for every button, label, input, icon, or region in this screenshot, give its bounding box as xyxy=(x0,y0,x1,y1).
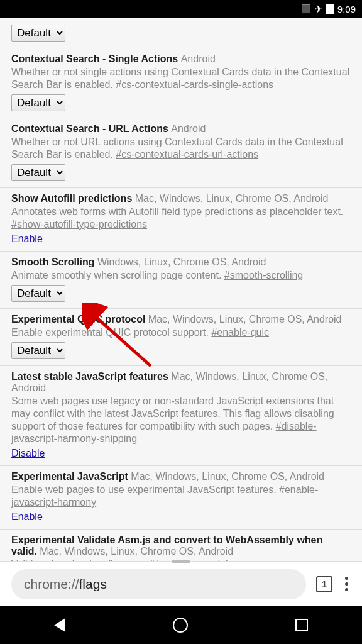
url-path: flags xyxy=(79,577,107,592)
flag-entry: Contextual Search - URL Actions AndroidW… xyxy=(0,118,362,188)
flag-title: Experimental JavaScript xyxy=(11,471,131,482)
flag-select[interactable]: Default xyxy=(11,25,65,42)
no-sim-icon xyxy=(302,4,310,13)
flag-title: Experimental QUIC protocol xyxy=(11,314,148,325)
flag-description: Whether or not single actions using Cont… xyxy=(11,66,351,91)
battery-icon xyxy=(326,4,334,14)
flag-entry: Latest stable JavaScript features Mac, W… xyxy=(0,366,362,466)
flag-platforms: Mac, Windows, Linux, Chrome OS, Android xyxy=(148,314,342,325)
flag-description: Annotates web forms with Autofill field … xyxy=(11,206,351,231)
flag-description: Enable experimental QUIC protocol suppor… xyxy=(11,326,351,339)
flag-select[interactable]: Default xyxy=(11,94,65,111)
flag-platforms: Mac, Windows, Linux, Chrome OS, Android xyxy=(135,193,329,204)
flag-entry: Experimental QUIC protocol Mac, Windows,… xyxy=(0,309,362,366)
flag-entry: Experimental JavaScript Mac, Windows, Li… xyxy=(0,466,362,530)
flag-entry: Contextual Search - Single Actions Andro… xyxy=(0,48,362,118)
triangle-back-icon xyxy=(54,618,65,632)
page-content[interactable]: DefaultContextual Search - Single Action… xyxy=(0,18,362,561)
flag-entry: Smooth Scrolling Windows, Linux, Chrome … xyxy=(0,252,362,309)
flag-title: Show Autofill predictions xyxy=(11,193,135,204)
system-nav-bar xyxy=(0,606,362,644)
tab-switcher-button[interactable]: 1 xyxy=(316,576,332,592)
flag-hash-link[interactable]: #smooth-scrolling xyxy=(224,270,303,280)
flag-description: Whether or not URL actions using Context… xyxy=(11,136,351,161)
flag-title: Contextual Search - URL Actions xyxy=(11,123,171,134)
flag-description: Animate smoothly when scrolling page con… xyxy=(11,269,351,282)
home-button[interactable] xyxy=(173,618,188,633)
flag-entry: Show Autofill predictions Mac, Windows, … xyxy=(0,188,362,252)
flag-hash-link[interactable]: #enable-quic xyxy=(211,327,269,338)
enable-link[interactable]: Enable xyxy=(11,511,43,523)
flag-select[interactable]: Default xyxy=(11,164,65,181)
tab-count: 1 xyxy=(322,579,327,589)
flag-platforms: Mac, Windows, Linux, Chrome OS, Android xyxy=(40,546,233,557)
overflow-menu-button[interactable] xyxy=(343,577,351,591)
status-bar: ✈ 9:09 xyxy=(0,0,362,18)
flag-hash-link[interactable]: #show-autofill-type-predictions xyxy=(11,219,147,230)
flag-select[interactable]: Default xyxy=(11,285,65,302)
browser-toolbar: chrome://flags 1 xyxy=(0,561,362,606)
flag-platforms: Android xyxy=(181,53,216,64)
clock: 9:09 xyxy=(337,4,356,14)
square-recents-icon xyxy=(295,619,308,631)
dot-icon xyxy=(345,582,348,586)
omnibox[interactable]: chrome://flags xyxy=(11,569,306,599)
flag-hash-link[interactable]: #cs-contextual-cards-single-actions xyxy=(116,79,273,90)
enable-link[interactable]: Enable xyxy=(11,233,43,245)
flag-title: Smooth Scrolling xyxy=(11,257,97,267)
flag-entry: Default xyxy=(0,18,362,48)
flag-entry: Experimental Validate Asm.js and convert… xyxy=(0,530,362,561)
flag-description: Some web pages use legacy or non-standar… xyxy=(11,395,351,445)
airplane-mode-icon: ✈ xyxy=(314,3,322,15)
flag-title: Latest stable JavaScript features xyxy=(11,371,171,382)
flag-platforms: Windows, Linux, Chrome OS, Android xyxy=(97,257,266,267)
grab-handle-icon[interactable] xyxy=(172,560,190,563)
flag-platforms: Android xyxy=(171,123,206,134)
flag-select[interactable]: Default xyxy=(11,342,65,359)
back-button[interactable] xyxy=(54,618,65,632)
dot-icon xyxy=(345,588,348,591)
disable-link[interactable]: Disable xyxy=(11,448,45,459)
recents-button[interactable] xyxy=(295,619,308,631)
circle-home-icon xyxy=(173,618,188,633)
dot-icon xyxy=(345,577,348,580)
flag-platforms: Mac, Windows, Linux, Chrome OS, Android xyxy=(131,471,324,482)
flag-description: Enable web pages to use experimental Jav… xyxy=(11,484,351,509)
flag-hash-link[interactable]: #cs-contextual-cards-url-actions xyxy=(116,149,258,160)
url-prefix: chrome:// xyxy=(24,577,79,592)
flag-title: Contextual Search - Single Actions xyxy=(11,53,181,64)
